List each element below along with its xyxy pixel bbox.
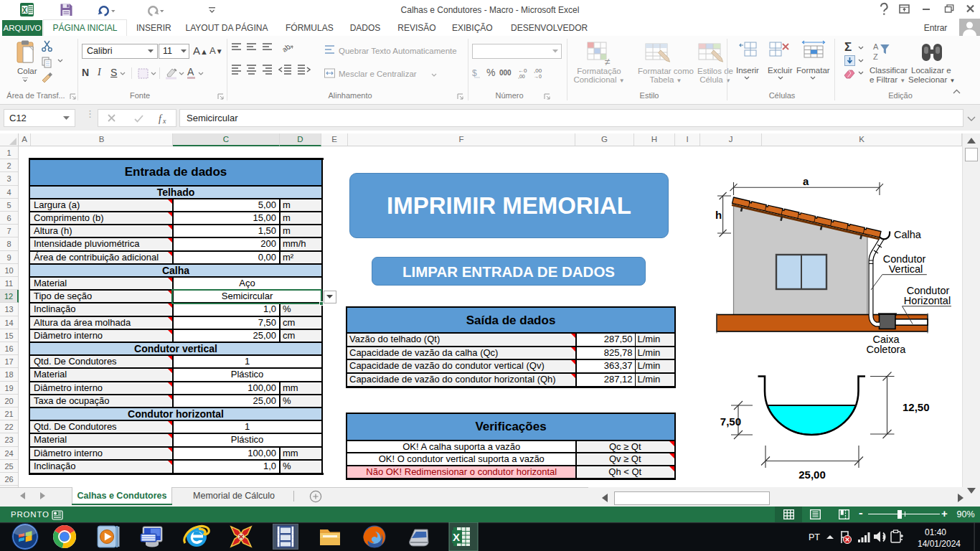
svg-text:X: X — [453, 531, 460, 543]
svg-text:→0: →0 — [534, 74, 542, 79]
svg-text:Coletora: Coletora — [867, 344, 907, 355]
svg-text:PT: PT — [809, 532, 820, 542]
svg-text:x: x — [162, 117, 166, 125]
svg-text:X: X — [22, 6, 27, 14]
svg-text:Z: Z — [873, 52, 878, 61]
svg-text:25,00: 25,00 — [798, 468, 826, 481]
svg-text:000: 000 — [499, 69, 512, 77]
svg-text:≠: ≠ — [605, 56, 611, 67]
svg-text:Horizontal: Horizontal — [904, 295, 951, 306]
svg-text:h: h — [715, 209, 722, 221]
svg-text:7,50: 7,50 — [720, 415, 741, 428]
svg-text:12,50: 12,50 — [903, 401, 930, 413]
svg-text:A: A — [873, 42, 879, 51]
svg-text:01:40: 01:40 — [925, 527, 946, 537]
svg-text:%: % — [486, 67, 495, 78]
svg-text:a: a — [803, 175, 809, 187]
svg-text:14/01/2024: 14/01/2024 — [918, 539, 961, 549]
svg-text:Vertical: Vertical — [889, 263, 923, 275]
svg-text:←0: ←0 — [518, 67, 527, 74]
svg-text:,00: ,00 — [518, 74, 525, 79]
svg-text:$: $ — [472, 68, 477, 78]
svg-text:Calha: Calha — [894, 229, 922, 240]
svg-text:,00: ,00 — [534, 67, 542, 74]
